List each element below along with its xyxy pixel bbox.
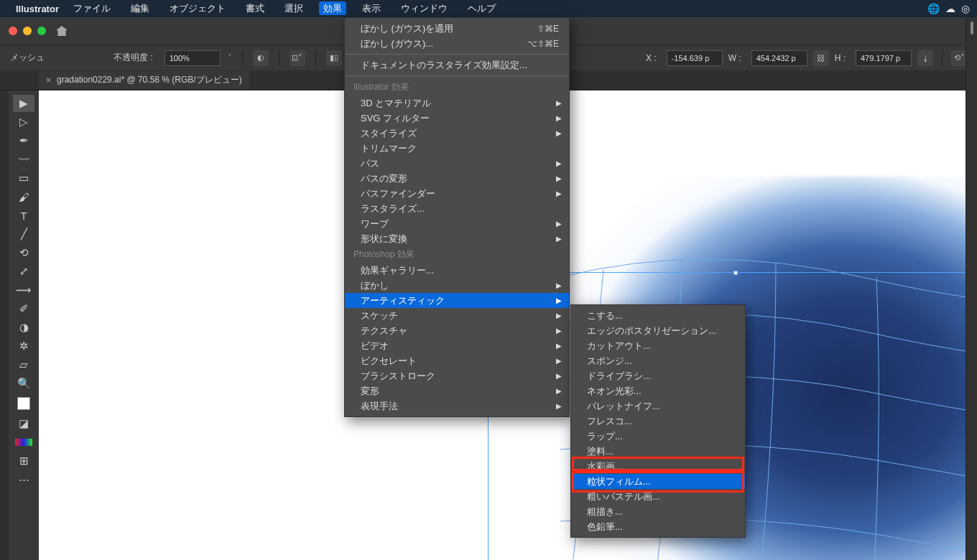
menu-item[interactable]: 水彩画... xyxy=(571,459,745,474)
menu-item[interactable]: 変形▶ xyxy=(345,383,569,398)
minimize-icon[interactable] xyxy=(23,27,32,35)
menu-last-effect[interactable]: ぼかし (ガウス)... ⌥⇧⌘E xyxy=(345,36,569,51)
system-menubar: Illustrator ファイル編集オブジェクト書式選択効果表示ウィンドウヘルプ… xyxy=(0,0,977,17)
chevron-right-icon: ▶ xyxy=(556,159,562,167)
menu-item[interactable]: ラスタライズ... xyxy=(345,201,569,216)
line-tool[interactable]: ╱ xyxy=(13,225,34,243)
menu-item[interactable]: 粒状フィルム... xyxy=(571,474,745,489)
menu-item[interactable]: 塗料... xyxy=(571,444,745,459)
menu-item[interactable]: ブラシストローク▶ xyxy=(345,368,569,383)
menu-rasterize-settings[interactable]: ドキュメントのラスタライズ効果設定... xyxy=(345,57,569,73)
app-name[interactable]: Illustrator xyxy=(16,4,59,14)
pen-tool[interactable]: ✒ xyxy=(13,132,34,149)
menu-item[interactable]: ドライブラシ... xyxy=(571,368,745,383)
menu-item[interactable]: スケッチ▶ xyxy=(345,308,569,323)
menu-item[interactable]: ネオン光彩... xyxy=(571,383,745,398)
menu-item[interactable]: ぼかし▶ xyxy=(345,278,569,293)
menu-item[interactable]: テクスチャ▶ xyxy=(345,323,569,338)
close-tab-icon[interactable]: × xyxy=(46,75,51,85)
menu-apply-last[interactable]: ぼかし (ガウス)を適用 ⇧⌘E xyxy=(345,21,569,36)
opacity-input[interactable] xyxy=(165,50,221,66)
menu-item[interactable]: スタイライズ▶ xyxy=(345,126,569,141)
chevron-right-icon: ▶ xyxy=(556,190,562,197)
curvature-tool[interactable]: 〰 xyxy=(13,151,34,168)
right-panel-collapsed[interactable] xyxy=(966,17,977,560)
menu-item[interactable]: アーティスティック▶ xyxy=(345,293,569,308)
x-input[interactable] xyxy=(667,50,723,66)
menu-item[interactable]: トリムマーク xyxy=(345,141,569,156)
menu-item[interactable]: パス▶ xyxy=(345,156,569,171)
menu-item[interactable]: パスの変形▶ xyxy=(345,171,569,186)
cloud-icon[interactable]: ☁ xyxy=(945,3,955,14)
finalize-icon[interactable]: ⭳ xyxy=(917,50,933,66)
menu-効果[interactable]: 効果 xyxy=(319,1,346,15)
link-icon[interactable]: ⛓ xyxy=(813,50,829,66)
menu-item[interactable]: ラップ... xyxy=(571,429,745,444)
menu-item[interactable]: ビデオ▶ xyxy=(345,338,569,353)
menu-item[interactable]: 粗描き... xyxy=(571,504,745,519)
rectangle-tool[interactable]: ▭ xyxy=(13,169,34,187)
gradient-strip[interactable] xyxy=(13,434,34,451)
menu-オブジェクト[interactable]: オブジェクト xyxy=(165,1,230,15)
menu-表示[interactable]: 表示 xyxy=(358,1,385,15)
menu-ファイル[interactable]: ファイル xyxy=(69,1,115,15)
menu-書式[interactable]: 書式 xyxy=(241,1,269,15)
menu-item[interactable]: 形状に変換▶ xyxy=(345,231,569,246)
menu-選択[interactable]: 選択 xyxy=(280,1,307,15)
screen-mode-tool[interactable]: ⊞ xyxy=(13,452,34,470)
paintbrush-tool[interactable]: 🖌 xyxy=(13,188,34,205)
blend-tool[interactable]: ◑ xyxy=(13,319,34,336)
no-color-icon[interactable]: ◪ xyxy=(13,415,34,432)
menu-ウィンドウ[interactable]: ウィンドウ xyxy=(397,1,452,15)
eyedropper-tool[interactable]: ✐ xyxy=(13,300,34,317)
chevron-right-icon: ▶ xyxy=(556,220,562,228)
globe-icon[interactable]: 🌐 xyxy=(927,3,940,14)
maximize-icon[interactable] xyxy=(37,27,46,35)
width-tool[interactable]: ⟿ xyxy=(13,281,34,299)
align-icon-1[interactable]: ▮▯ xyxy=(326,50,342,66)
traffic-lights[interactable] xyxy=(9,27,46,35)
h-input[interactable] xyxy=(856,50,912,66)
menu-item[interactable]: SVG フィルター▶ xyxy=(345,111,569,126)
transform-each-icon[interactable]: ⟲˅ xyxy=(951,50,967,66)
w-input[interactable] xyxy=(751,50,807,66)
menu-item[interactable]: カットアウト... xyxy=(571,338,745,353)
home-icon[interactable] xyxy=(56,26,68,36)
w-label: W : xyxy=(728,53,741,63)
menu-item[interactable]: パスファインダー▶ xyxy=(345,186,569,201)
menu-編集[interactable]: 編集 xyxy=(126,1,154,15)
style-icon[interactable]: ◐ xyxy=(253,50,269,66)
document-tab[interactable]: × gradation0229.ai* @ 70.58 % (RGB/プレビュー… xyxy=(39,71,249,89)
menu-item[interactable]: 表現手法▶ xyxy=(345,398,569,414)
chevron-right-icon: ▶ xyxy=(556,357,562,365)
symbol-tool[interactable]: ✲ xyxy=(13,337,34,355)
menu-item[interactable]: 色鉛筆... xyxy=(571,519,745,534)
illustrator-effects-header: Illustrator 効果 xyxy=(345,79,569,95)
menu-ヘルプ[interactable]: ヘルプ xyxy=(463,1,500,15)
fill-stroke-swatch[interactable] xyxy=(13,393,34,414)
menu-item[interactable]: エッジのポスタリゼーション... xyxy=(571,323,745,338)
artistic-submenu: こする...エッジのポスタリゼーション...カットアウト...スポンジ...ドラ… xyxy=(570,304,746,538)
menu-item[interactable]: フレスコ... xyxy=(571,414,745,429)
artboard-tool[interactable]: ▱ xyxy=(13,356,34,373)
selection-tool[interactable]: ▶ xyxy=(13,95,34,112)
menu-item[interactable]: 粗いパステル画... xyxy=(571,489,745,504)
menu-item[interactable]: 効果ギャラリー... xyxy=(345,263,569,278)
effects-menu-dropdown: ぼかし (ガウス)を適用 ⇧⌘E ぼかし (ガウス)... ⌥⇧⌘E ドキュメン… xyxy=(344,17,570,417)
menu-item[interactable]: パレットナイフ... xyxy=(571,398,745,414)
close-icon[interactable] xyxy=(9,27,17,35)
direct-selection-tool[interactable]: ▷ xyxy=(13,113,34,131)
menu-item[interactable]: スポンジ... xyxy=(571,353,745,368)
menu-item[interactable]: こする... xyxy=(571,308,745,323)
menu-item[interactable]: ピクセレート▶ xyxy=(345,353,569,368)
scale-tool[interactable]: ⤢ xyxy=(13,263,34,280)
menu-item[interactable]: 3D とマテリアル▶ xyxy=(345,95,569,111)
sync-icon[interactable]: ◎ xyxy=(961,3,970,14)
transform-icon[interactable]: ⊡˅ xyxy=(290,50,305,66)
menu-item[interactable]: ワープ▶ xyxy=(345,216,569,231)
rotate-tool[interactable]: ⟲ xyxy=(13,244,34,261)
h-label: H : xyxy=(835,53,846,63)
edit-toolbar[interactable]: ⋯ xyxy=(13,471,34,488)
type-tool[interactable]: T xyxy=(13,207,34,224)
zoom-tool[interactable]: 🔍 xyxy=(13,375,34,392)
